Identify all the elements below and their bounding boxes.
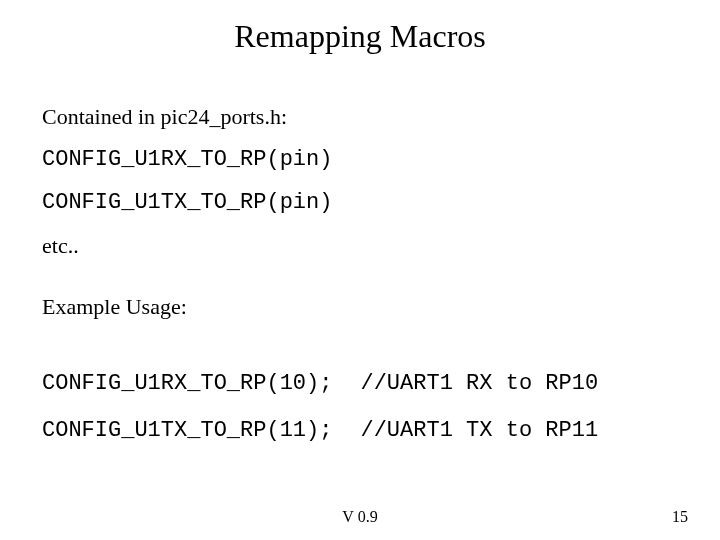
macro-line: CONFIG_U1TX_TO_RP(pin) (42, 186, 678, 219)
example-line: CONFIG_U1RX_TO_RP(10); //UART1 RX to RP1… (42, 367, 678, 400)
intro-text: Contained in pic24_ports.h: (42, 100, 678, 133)
footer-page-number: 15 (672, 508, 688, 526)
example-heading: Example Usage: (42, 290, 678, 323)
example-comment: //UART1 TX to RP11 (360, 414, 598, 447)
example-line: CONFIG_U1TX_TO_RP(11); //UART1 TX to RP1… (42, 414, 678, 447)
slide-title: Remapping Macros (0, 18, 720, 55)
etc-text: etc.. (42, 229, 678, 262)
footer-version: V 0.9 (0, 508, 720, 526)
example-code: CONFIG_U1RX_TO_RP(10); (42, 367, 332, 400)
example-comment: //UART1 RX to RP10 (360, 367, 598, 400)
slide: Remapping Macros Contained in pic24_port… (0, 0, 720, 540)
macro-line: CONFIG_U1RX_TO_RP(pin) (42, 143, 678, 176)
example-code: CONFIG_U1TX_TO_RP(11); (42, 414, 332, 447)
slide-body: Contained in pic24_ports.h: CONFIG_U1RX_… (42, 100, 678, 461)
